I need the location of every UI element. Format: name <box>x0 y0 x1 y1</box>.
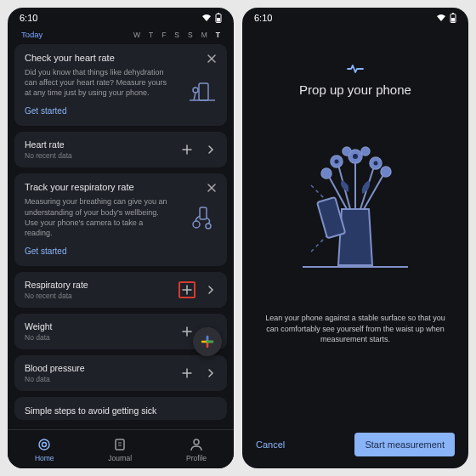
screen1-body: Today W T F S S M T Check your heart rat… <box>8 28 234 429</box>
metric-respiratory-rate[interactable]: Respiratory rate No recent data <box>14 272 227 308</box>
lungs-illustration-icon <box>188 204 217 233</box>
highlighted-add <box>178 281 196 298</box>
day-letter: T <box>149 31 153 39</box>
today-label[interactable]: Today <box>21 30 42 39</box>
status-bar: 6:10 <box>8 8 234 28</box>
svg-rect-1 <box>218 13 219 14</box>
close-icon[interactable] <box>207 52 218 64</box>
nav-label: Journal <box>108 454 132 462</box>
wifi-icon <box>436 14 446 22</box>
add-icon[interactable] <box>181 284 193 296</box>
nav-home[interactable]: Home <box>35 437 54 462</box>
svg-point-5 <box>193 88 198 93</box>
svg-point-30 <box>343 147 351 156</box>
page-title: Prop up your phone <box>299 82 411 97</box>
day-letter: F <box>162 31 166 39</box>
metric-title: Blood pressure <box>25 363 85 373</box>
card-title: Simple steps to avoid getting sick <box>25 405 217 416</box>
phone-right: 6:10 Prop up your phone <box>242 8 468 468</box>
day-letter: W <box>133 31 140 39</box>
metric-title: Weight <box>25 321 53 332</box>
svg-rect-17 <box>452 13 454 14</box>
nav-profile[interactable]: Profile <box>186 437 207 462</box>
svg-point-29 <box>381 167 391 177</box>
chevron-right-icon[interactable] <box>205 284 217 296</box>
metric-sub: No data <box>25 333 53 342</box>
metric-heart-rate[interactable]: Heart rate No recent data <box>14 132 227 167</box>
day-letters: W T F S S M T <box>133 31 220 39</box>
pulse-icon <box>347 62 364 77</box>
svg-rect-12 <box>116 439 124 450</box>
cancel-button[interactable]: Cancel <box>256 439 285 450</box>
fab-add-button[interactable] <box>193 327 222 356</box>
get-started-link[interactable]: Get started <box>25 246 66 256</box>
metric-sub: No data <box>25 375 85 383</box>
battery-icon <box>215 13 222 23</box>
week-row: Today W T F S S M T <box>14 28 227 44</box>
day-letter: T <box>216 31 220 39</box>
svg-point-33 <box>335 160 339 164</box>
svg-rect-4 <box>199 83 208 100</box>
svg-point-34 <box>374 162 378 166</box>
heart-illustration-icon <box>188 75 217 104</box>
battery-icon <box>450 13 456 23</box>
status-icons <box>436 13 456 23</box>
clock: 6:10 <box>254 13 272 23</box>
chevron-right-icon[interactable] <box>205 367 217 379</box>
bottom-nav: Home Journal Profile <box>8 429 234 468</box>
day-letter: M <box>201 31 207 39</box>
footer-actions: Cancel Start measurement <box>242 433 468 468</box>
svg-point-15 <box>194 439 199 445</box>
heart-promo-card: Check your heart rate Did you know that … <box>14 44 227 126</box>
get-started-link[interactable]: Get started <box>25 106 66 116</box>
day-letter: S <box>188 31 193 39</box>
svg-rect-18 <box>451 18 455 22</box>
svg-rect-2 <box>217 18 220 22</box>
status-icons <box>201 13 222 23</box>
svg-point-28 <box>321 168 332 178</box>
card-body: Did you know that things like dehydratio… <box>25 67 169 98</box>
close-icon[interactable] <box>207 181 218 193</box>
metric-sub: No recent data <box>25 292 88 300</box>
instruction-text: Lean your phone against a stable surface… <box>258 313 453 345</box>
chevron-right-icon[interactable] <box>205 144 217 156</box>
svg-point-8 <box>193 221 200 228</box>
svg-point-9 <box>206 224 211 229</box>
resp-promo-card: Track your respiratory rate Measuring yo… <box>14 173 227 266</box>
nav-label: Profile <box>186 454 207 462</box>
add-icon[interactable] <box>181 144 193 156</box>
add-icon[interactable] <box>181 367 193 379</box>
vase-illustration-icon <box>287 124 423 277</box>
nav-label: Home <box>35 454 54 462</box>
svg-point-31 <box>361 147 370 156</box>
clock: 6:10 <box>20 13 37 23</box>
svg-point-11 <box>42 442 47 446</box>
day-letter: S <box>174 31 179 39</box>
metric-sub: No recent data <box>25 151 72 160</box>
add-icon[interactable] <box>181 326 193 337</box>
card-title: Track your respiratory rate <box>25 182 217 192</box>
card-title: Check your heart rate <box>25 53 217 63</box>
metric-blood-pressure[interactable]: Blood pressure No data <box>14 355 227 391</box>
metric-title: Respiratory rate <box>25 280 88 290</box>
tips-card[interactable]: Simple steps to avoid getting sick <box>14 397 227 420</box>
screen2-body: Prop up your phone <box>242 28 468 433</box>
phone-left: 6:10 Today W T F S S M T <box>8 8 234 468</box>
status-bar: 6:10 <box>242 8 468 28</box>
start-measurement-button[interactable]: Start measurement <box>354 433 455 456</box>
svg-line-6 <box>194 93 196 100</box>
svg-rect-37 <box>317 197 345 238</box>
card-body: Measuring your breathing can give you an… <box>25 196 169 238</box>
nav-journal[interactable]: Journal <box>108 437 132 462</box>
metric-title: Heart rate <box>25 139 72 150</box>
svg-rect-7 <box>200 207 207 219</box>
svg-point-32 <box>353 154 358 159</box>
wifi-icon <box>201 14 212 22</box>
svg-point-10 <box>39 439 49 450</box>
